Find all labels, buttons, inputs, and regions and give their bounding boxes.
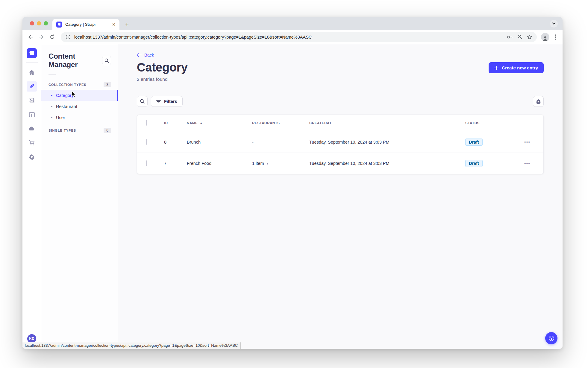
password-key-icon[interactable] [506,34,513,41]
table-search-button[interactable] [137,96,148,107]
sidebar-item-category[interactable]: Category [41,90,118,101]
filter-icon [156,100,161,103]
sort-ascending-icon[interactable]: ▲ [200,121,203,124]
create-new-entry-button[interactable]: Create new entry [489,62,544,73]
status-badge: Draft [465,160,483,167]
table-row[interactable]: 7 French Food 1 item ▼ Tuesday, Septembe… [137,153,543,174]
column-header-createdat[interactable]: CREATEDAT [309,121,465,125]
table-header-row: ID NAME▲ RESTAURANTS CREATEDAT STATUS [137,115,543,131]
row-actions-menu-icon[interactable]: ••• [522,138,532,146]
search-icon [140,99,145,104]
sidebar-item-restaurant[interactable]: Restaurant [41,101,118,112]
active-indicator [117,90,118,101]
collection-types-label: COLLECTION TYPES [49,83,87,86]
content-manager-sidebar: Content Manager COLLECTION TYPES 3 Categ… [41,44,118,349]
content-type-builder-icon[interactable] [27,110,37,120]
media-library-icon[interactable] [27,95,37,106]
sidebar-title: Content Manager [49,52,102,69]
sidebar-divider [49,74,56,75]
row-actions-menu-icon[interactable]: ••• [522,160,532,167]
sidebar-search-button[interactable] [102,56,111,65]
cell-restaurants[interactable]: 1 item ▼ [252,161,309,166]
cloud-icon[interactable] [27,124,37,134]
chevron-down-icon: ▼ [266,162,269,165]
cell-name: Brunch [187,140,252,145]
reload-icon[interactable] [48,33,57,42]
settings-gear-icon[interactable] [27,152,37,162]
help-button[interactable] [545,332,557,344]
cell-createdat: Tuesday, September 10, 2024 at 3:03 PM [309,140,465,145]
maximize-window-button[interactable] [44,21,48,25]
browser-tab-strip: Category | Strapi ✕ + [22,17,563,30]
browser-window: Category | Strapi ✕ + localhost:1337/adm… [22,17,563,349]
cell-name: French Food [187,161,252,166]
browser-toolbar: localhost:1337/admin/content-manager/col… [22,30,563,44]
strapi-admin-app: KD Content Manager COLLECTION TYPES 3 Ca… [22,44,563,349]
plus-icon [494,66,498,70]
collection-types-section-header: COLLECTION TYPES 3 [41,80,118,90]
view-settings-button[interactable] [533,96,544,107]
single-types-section-header: SINGLE TYPES 0 [41,125,118,136]
page-title: Category [137,61,187,73]
browser-tab[interactable]: Category | Strapi ✕ [52,19,119,30]
entries-count: 2 entries found [137,77,544,82]
minimize-window-button[interactable] [37,21,41,25]
strapi-logo[interactable] [27,48,37,58]
main-content: Back Category Create new entry 2 entries… [118,44,563,349]
single-types-count-badge: 0 [104,128,111,133]
strapi-favicon-icon [56,22,62,28]
gear-icon [536,99,541,104]
close-window-button[interactable] [30,21,34,25]
rail-nav-items [27,67,37,162]
filters-label: Filters [164,99,177,104]
bullet-icon [51,117,52,118]
window-controls [30,21,48,25]
bullet-icon [51,106,52,107]
forward-nav-icon[interactable] [37,33,46,42]
table-row[interactable]: 8 Brunch - Tuesday, September 10, 2024 a… [137,131,543,153]
tab-search-chevron-icon[interactable] [550,20,558,28]
column-header-id[interactable]: ID [164,121,187,125]
main-nav-rail: KD [22,44,41,349]
marketplace-cart-icon[interactable] [27,138,37,148]
back-link[interactable]: Back [137,53,154,57]
back-arrow-icon [137,53,142,57]
sidebar-item-label: Restaurant [56,104,77,109]
new-tab-button[interactable]: + [122,20,131,29]
bullet-icon [51,95,52,96]
status-bar-link-preview: localhost:1337/admin/content-manager/col… [22,342,241,349]
create-new-entry-label: Create new entry [502,65,538,70]
sidebar-item-label: User [56,115,65,120]
single-types-label: SINGLE TYPES [49,129,76,132]
rail-divider [26,62,38,63]
status-badge: Draft [465,139,483,146]
home-icon[interactable] [27,67,37,77]
back-nav-icon[interactable] [26,33,35,42]
column-header-status[interactable]: STATUS [465,121,522,125]
row-checkbox[interactable] [146,160,147,166]
url-text[interactable]: localhost:1337/admin/content-manager/col… [74,35,504,39]
cell-createdat: Tuesday, September 10, 2024 at 3:03 PM [309,161,465,166]
zoom-page-icon[interactable] [516,34,523,41]
browser-profile-icon[interactable] [541,33,549,41]
cell-id: 8 [164,140,187,145]
sidebar-item-user[interactable]: User [41,112,118,123]
cell-restaurants: - [252,140,309,145]
browser-menu-icon[interactable] [552,34,559,41]
entries-table: ID NAME▲ RESTAURANTS CREATEDAT STATUS 8 … [137,115,544,174]
tab-close-icon[interactable]: ✕ [111,22,116,27]
cell-id: 7 [164,161,187,166]
sidebar-item-label: Category [56,93,74,98]
page-info-icon[interactable] [64,34,72,41]
filters-button[interactable]: Filters [151,96,183,107]
collection-types-count-badge: 3 [104,82,111,87]
column-header-restaurants[interactable]: RESTAURANTS [252,121,309,125]
select-all-checkbox[interactable] [146,120,147,126]
url-bar[interactable]: localhost:1337/admin/content-manager/col… [61,32,537,42]
bookmark-star-icon[interactable] [526,34,533,41]
row-checkbox[interactable] [146,139,147,145]
content-manager-feather-icon[interactable] [27,81,37,92]
back-label: Back [144,53,154,57]
column-header-name[interactable]: NAME▲ [187,121,252,125]
tab-title: Category | Strapi [65,22,108,27]
